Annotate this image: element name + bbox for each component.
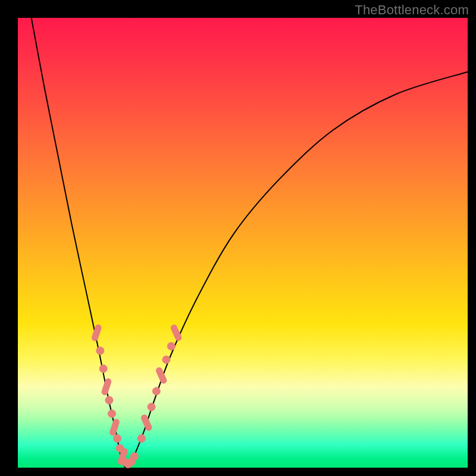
data-marker xyxy=(96,347,104,355)
data-marker xyxy=(113,422,117,432)
data-markers xyxy=(95,328,178,468)
data-marker xyxy=(114,434,121,442)
plot-area xyxy=(18,18,468,468)
data-marker xyxy=(137,434,145,442)
data-marker xyxy=(152,387,160,395)
data-marker xyxy=(108,410,116,418)
watermark-text: TheBottleneck.com xyxy=(355,2,469,18)
chart-frame: TheBottleneck.com xyxy=(0,0,476,476)
data-marker xyxy=(99,365,107,372)
bottleneck-curve-svg xyxy=(18,18,468,468)
data-marker xyxy=(167,342,175,350)
data-marker xyxy=(148,403,155,411)
data-marker xyxy=(159,371,163,380)
data-marker xyxy=(95,328,98,338)
data-marker xyxy=(144,418,148,427)
data-marker xyxy=(130,453,138,461)
data-marker xyxy=(162,356,170,364)
data-marker xyxy=(105,396,113,404)
data-marker xyxy=(105,381,108,392)
data-marker xyxy=(174,328,178,337)
bottleneck-curve xyxy=(32,18,468,468)
